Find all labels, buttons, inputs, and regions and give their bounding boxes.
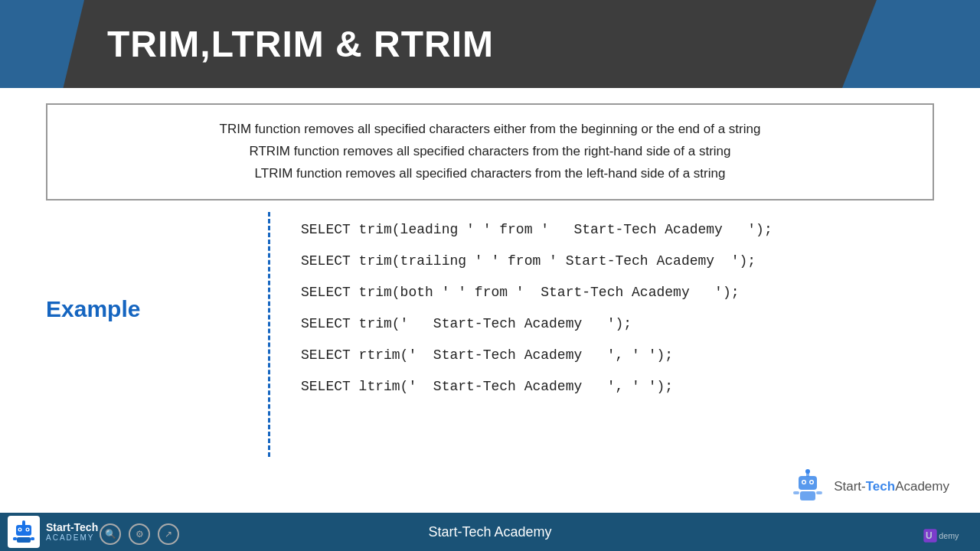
- code-line-4: SELECT trim(' Start-Tech Academy ');: [301, 314, 934, 334]
- description-line-2: RTRIM function removes all specified cha…: [63, 141, 917, 163]
- svg-rect-7: [800, 491, 815, 500]
- svg-text:demy: demy: [939, 531, 959, 540]
- example-label-container: Example: [46, 212, 268, 322]
- watermark-robot-icon: [789, 468, 826, 505]
- footer-controls: 🔍 ⚙ ↗: [100, 523, 179, 545]
- footer: Start-Tech ACADEMY 🔍 ⚙ ↗ Start-Tech Acad…: [0, 513, 980, 551]
- svg-rect-0: [799, 476, 817, 490]
- code-line-1: SELECT trim(leading ' ' from ' Start-Tec…: [301, 220, 934, 240]
- footer-center-text: Start-Tech Academy: [428, 524, 551, 540]
- content-area: Example SELECT trim(leading ' ' from ' S…: [46, 212, 934, 457]
- svg-text:U: U: [926, 530, 933, 541]
- footer-logo-name: Start-Tech: [46, 522, 98, 533]
- watermark: Start-TechAcademy: [789, 468, 949, 505]
- svg-point-3: [803, 481, 805, 484]
- settings-icon[interactable]: ⚙: [129, 523, 150, 545]
- header-accent-left: [0, 0, 84, 88]
- svg-point-16: [22, 520, 25, 523]
- share-icon[interactable]: ↗: [158, 523, 179, 545]
- code-line-3: SELECT trim(both ' ' from ' Start-Tech A…: [301, 282, 934, 303]
- footer-logo-sub: ACADEMY: [46, 533, 98, 542]
- udemy-logo: U demy: [923, 527, 969, 545]
- code-line-2: SELECT trim(trailing ' ' from ' Start-Te…: [301, 251, 934, 272]
- footer-logo: Start-Tech ACADEMY: [8, 516, 98, 548]
- svg-point-4: [811, 481, 813, 484]
- robot-icon: [12, 520, 35, 543]
- header: TRIM,LTRIM & RTRIM: [0, 0, 980, 88]
- header-accent-right: [842, 0, 980, 88]
- description-line-1: TRIM function removes all specified char…: [63, 119, 917, 141]
- search-icon[interactable]: 🔍: [100, 523, 121, 545]
- svg-point-13: [19, 529, 21, 530]
- udemy-mark: U demy: [923, 527, 969, 545]
- example-label: Example: [46, 250, 260, 322]
- svg-rect-9: [816, 491, 822, 494]
- watermark-text: Start-TechAcademy: [834, 479, 949, 494]
- svg-rect-8: [793, 491, 799, 494]
- code-block: SELECT trim(leading ' ' from ' Start-Tec…: [270, 212, 934, 416]
- svg-rect-17: [17, 537, 31, 543]
- description-box: TRIM function removes all specified char…: [46, 103, 934, 201]
- code-line-5: SELECT rtrim(' Start-Tech Academy ', ' '…: [301, 345, 934, 366]
- svg-rect-19: [31, 537, 34, 540]
- code-line-6: SELECT ltrim(' Start-Tech Academy ', ' '…: [301, 377, 934, 397]
- footer-logo-icon: [8, 516, 40, 548]
- footer-logo-text: Start-Tech ACADEMY: [46, 522, 98, 542]
- svg-point-14: [27, 529, 28, 530]
- svg-point-6: [805, 469, 810, 474]
- page-title: TRIM,LTRIM & RTRIM: [107, 23, 494, 65]
- description-line-3: LTRIM function removes all specified cha…: [63, 163, 917, 185]
- svg-rect-18: [13, 537, 17, 540]
